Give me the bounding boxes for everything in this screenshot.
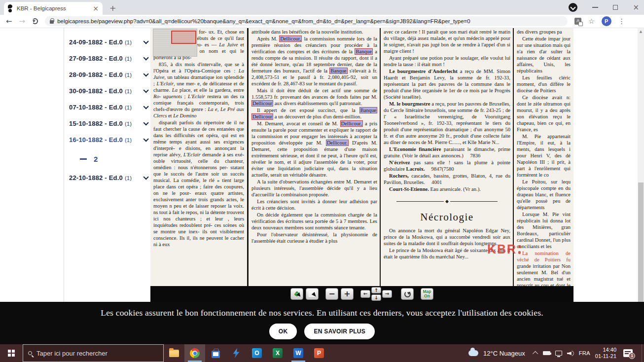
pan-right-button[interactable]: → (382, 290, 392, 298)
edition-item[interactable]: 27-09-1882 - Ed.0(1) (64, 50, 149, 67)
language-indicator[interactable]: FRA (579, 350, 590, 356)
lock-icon (50, 20, 54, 24)
search-icon (28, 351, 32, 355)
browser-tab[interactable]: KBR - Belgicapress × (4, 2, 103, 15)
taskbar-chrome[interactable] (184, 344, 205, 362)
page-minimap[interactable] (153, 29, 197, 57)
search-highlight: Dellicour (251, 113, 273, 120)
chevron-down-icon[interactable] (143, 174, 148, 180)
edition-label: 28-09-1882 - Ed.0 (69, 71, 123, 78)
search-input[interactable] (36, 350, 158, 357)
edition-item[interactable]: 22-10-1882 - Ed.0(1) (64, 170, 149, 186)
zoom-in-button[interactable]: + (341, 288, 354, 300)
pan-tool-button[interactable]: ↔ ↕ (290, 288, 303, 300)
browser-update-icon[interactable] (569, 3, 577, 12)
back-button[interactable]: ← (6, 17, 12, 26)
map-toggle-button[interactable]: Map On (421, 288, 433, 300)
newspaper-paragraph: disparaît parfois du répertoire de il ne… (153, 119, 244, 248)
windows-taskbar: O X W P 12°C Nuageux FRA 14:40 01-11-21 … (0, 344, 644, 362)
pan-down-button[interactable]: ↓ (371, 294, 381, 301)
taskbar-file-explorer[interactable] (164, 344, 184, 362)
url-text[interactable]: belgicapress.be/pageview.php?adv=0&all_q… (57, 18, 470, 24)
taskbar-store[interactable] (205, 344, 226, 362)
pan-left-button[interactable]: ← (360, 290, 370, 298)
chevron-down-icon[interactable] (143, 71, 148, 76)
clock[interactable]: 14:40 01-11-21 (595, 347, 616, 360)
taskbar-excel[interactable]: X (267, 344, 288, 362)
translate-icon[interactable]: A (574, 18, 581, 25)
column-rule (380, 28, 381, 286)
edition-sub-page[interactable]: 2 (64, 148, 149, 170)
newspaper-paragraph: Il appert de cet exposé succinct, que la… (251, 107, 377, 120)
clock-date: 01-11-21 (595, 353, 616, 359)
profile-avatar[interactable]: P (602, 16, 611, 26)
minimize-button[interactable] (592, 7, 598, 8)
chevron-down-icon[interactable] (143, 87, 148, 93)
chevron-down-icon[interactable] (143, 38, 148, 44)
notification-badge: 1 (629, 353, 635, 359)
network-icon[interactable] (555, 351, 562, 356)
folder-icon (169, 350, 179, 357)
tray-chevron-icon[interactable] (533, 351, 538, 357)
chevron-down-icon[interactable] (143, 120, 148, 125)
bookmark-star-icon[interactable]: ☆ (588, 17, 595, 25)
show-desktop-button[interactable] (642, 344, 644, 362)
forward-button[interactable]: → (19, 17, 26, 26)
edition-item[interactable]: 24-09-1882 - Ed.0(1) (64, 34, 149, 50)
volume-icon[interactable] (567, 350, 574, 356)
taskbar-outlook[interactable]: O (247, 344, 267, 362)
taskbar-word[interactable]: W (288, 344, 309, 362)
scrollbar-up-icon[interactable]: ▲ (638, 28, 644, 35)
newspaper-column-4: des divers groupes paCette étude impar j… (515, 28, 572, 286)
weather-text[interactable]: 12°C Nuageux (483, 350, 525, 357)
page-viewer[interactable]: er à l'inven- eptions for- ux. Et, chose… (150, 28, 573, 302)
browser-menu-icon[interactable]: ⋮ (618, 17, 625, 25)
edition-item[interactable]: 16-10-1882 - Ed.0(1) (64, 132, 149, 148)
collapse-minus-icon[interactable] (80, 158, 87, 160)
store-icon (212, 351, 220, 358)
newspaper-paragraph: Court-St-Etienne. Eau arsenicale. (Vr an… (384, 186, 510, 192)
taskbar-powerpoint[interactable]: P (309, 344, 329, 362)
cookie-ok-button[interactable]: OK (269, 324, 297, 339)
new-tab-button[interactable]: + (109, 3, 116, 13)
weather-cloud-icon[interactable] (468, 350, 478, 356)
scrollbar-thumb[interactable] (638, 182, 644, 302)
maximize-button[interactable] (613, 5, 618, 10)
page-scrollbar[interactable]: ▲ (638, 28, 644, 302)
edition-item[interactable]: 30-09-1882 - Ed.0(1) (64, 83, 149, 99)
section-header: Nécrologie (384, 211, 510, 223)
close-window-button[interactable]: × (633, 5, 639, 10)
select-zoom-button[interactable] (306, 288, 319, 300)
map-on-label: Map On (423, 290, 431, 298)
zoom-out-button[interactable]: − (325, 288, 338, 300)
reload-button[interactable] (32, 18, 38, 24)
edition-item[interactable]: 07-10-1882 - Ed.0(1) (64, 99, 149, 115)
sub-page-number[interactable]: 2 (94, 155, 98, 163)
minimap-viewport[interactable] (171, 31, 196, 44)
rotate-button[interactable] (401, 288, 414, 300)
notification-center-icon[interactable]: 1 (623, 349, 633, 357)
edition-item[interactable]: 15-10-1882 - Ed.0(1) (64, 115, 149, 132)
tab-close-icon[interactable]: × (93, 4, 99, 12)
cookie-message: Les cookies assurent le bon fonctionneme… (0, 302, 644, 318)
edition-count: (1) (125, 175, 132, 181)
edition-item[interactable]: 28-09-1882 - Ed.0(1) (64, 67, 149, 83)
browser-navbar: ← → belgicapress.be/pageview.php?adv=0&a… (0, 15, 644, 28)
start-button[interactable] (0, 344, 23, 362)
chevron-down-icon[interactable] (143, 55, 148, 60)
newspaper-paragraph: M. Demaret, avocat et conseil de M. Dell… (251, 120, 377, 178)
battery-icon[interactable] (543, 351, 550, 355)
section-divider: ◆ (396, 199, 498, 204)
edition-label: 27-09-1882 - Ed.0 (69, 55, 123, 62)
search-highlight: Dellicour, (279, 36, 302, 42)
taskbar-search[interactable] (23, 344, 164, 362)
chevron-down-icon[interactable] (143, 104, 148, 109)
chevron-down-icon[interactable] (143, 136, 148, 142)
cookie-more-button[interactable]: EN SAVOIR PLUS (304, 324, 375, 339)
pan-up-button[interactable]: ↑ (371, 287, 381, 293)
newspaper-paragraph: Cette étude impar jour sur une situation… (517, 36, 571, 74)
url-bar[interactable]: belgicapress.be/pageview.php?adv=0&all_q… (45, 16, 568, 26)
newspaper-paragraph: Le bourgmestre d'Anderlecht a reçu de MM… (384, 68, 510, 100)
taskbar-app[interactable] (226, 344, 247, 362)
edition-count: (1) (125, 56, 132, 62)
